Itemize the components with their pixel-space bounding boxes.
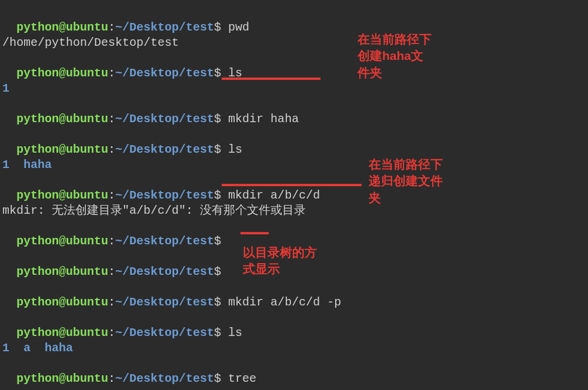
- annotation-text: 在当前路径下 创建haha文 件夹: [358, 31, 432, 81]
- terminal-line: python@ubuntu:~/Desktop/test$ pwd: [2, 5, 588, 35]
- output-line: 1 a haha: [2, 341, 588, 356]
- dir-name: a: [24, 341, 45, 355]
- dir-name: 1: [2, 158, 24, 172]
- terminal-line: python@ubuntu:~/Desktop/test$ mkdir a/b/…: [2, 280, 588, 310]
- terminal-line: python@ubuntu:~/Desktop/test$ ls: [2, 127, 588, 157]
- terminal-line: python@ubuntu:~/Desktop/test$ tree: [2, 356, 588, 386]
- output-line: mkdir: 无法创建目录"a/b/c/d": 没有那个文件或目录: [2, 203, 588, 218]
- prompt-path: ~/Desktop/test: [115, 66, 214, 80]
- terminal-line: python@ubuntu:~/Desktop/test$ mkdir haha: [2, 96, 588, 127]
- command-text: tree: [228, 372, 256, 385]
- terminal-line: python@ubuntu:~/Desktop/test$ ls: [2, 310, 588, 341]
- prompt-user: python@ubuntu: [16, 21, 108, 34]
- dir-name: haha: [45, 341, 73, 355]
- terminal-line: python@ubuntu:~/Desktop/test$ ls: [2, 51, 588, 81]
- output-line: /home/python/Desktop/test: [2, 35, 588, 51]
- prompt-user: python@ubuntu: [16, 66, 108, 80]
- prompt-sep: :: [108, 21, 115, 34]
- command-text: ls: [228, 326, 242, 339]
- dir-name: 1: [2, 341, 24, 355]
- output-line: 1: [2, 81, 588, 96]
- tree-dot: .: [2, 386, 588, 390]
- underline-marker: [222, 184, 362, 186]
- command-text: mkdir haha: [228, 112, 299, 126]
- command-text: mkdir a/b/c/d -p: [228, 295, 341, 309]
- prompt-path: ~/Desktop/test: [115, 21, 214, 34]
- command-text: ls: [228, 143, 242, 156]
- underline-marker: [222, 78, 320, 80]
- terminal-line: python@ubuntu:~/Desktop/test$ mkdir a/b/…: [2, 173, 588, 203]
- annotation-text: 以目录树的方 式显示: [243, 244, 317, 278]
- annotation-text: 在当前路径下 递归创建文件 夹: [369, 156, 443, 206]
- dir-name: haha: [24, 158, 52, 172]
- command-text: pwd: [228, 21, 249, 34]
- dir-name: 1: [2, 82, 9, 95]
- prompt-dollar: $: [214, 21, 228, 34]
- command-text: mkdir a/b/c/d: [228, 189, 320, 202]
- output-line: 1 haha: [2, 157, 588, 173]
- underline-marker: [240, 232, 269, 234]
